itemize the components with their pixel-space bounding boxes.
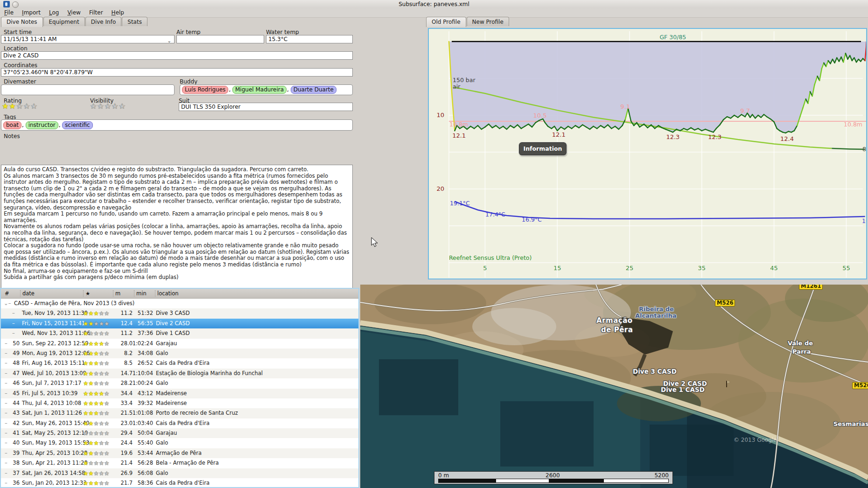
- dive-list-header[interactable]: #date★mminlocation: [1, 289, 358, 299]
- road-badge-icon: M526: [852, 382, 868, 389]
- badge-duarte-duarte: Duarte Duarte: [291, 86, 336, 94]
- air-temp-input[interactable]: [176, 35, 264, 43]
- table-row[interactable]: –41Sat, May 25, 2013 12:19★★★★★29.450:04…: [1, 428, 358, 438]
- air-temp-label: Air temp: [176, 29, 201, 35]
- svg-text:10.8m: 10.8m: [449, 121, 468, 128]
- map-water-label: Alcantarilha: [635, 312, 677, 319]
- column-header-0[interactable]: #: [3, 290, 9, 297]
- road-badge-icon: M1261: [799, 285, 823, 290]
- scale-segments: [438, 479, 669, 483]
- suit-input[interactable]: DUI TLS 350 Explorer: [179, 103, 353, 111]
- svg-text:Reefnet Sensus Ultra (Preto): Reefnet Sensus Ultra (Preto): [449, 254, 532, 261]
- tab-stats[interactable]: Stats: [122, 17, 147, 26]
- svg-text:10.8m: 10.8m: [844, 121, 862, 128]
- menu-file[interactable]: File: [0, 8, 18, 17]
- table-row[interactable]: –38Sun, Apr 21, 2013 11:28★★★★★21.456:28…: [1, 458, 358, 468]
- location-label: Location: [4, 45, 28, 52]
- menu-log[interactable]: Log: [45, 8, 63, 17]
- table-row[interactable]: –46Sun, Jul 7, 2013 17:17★★★★★28.21:00:2…: [1, 378, 358, 388]
- svg-text:GF 30/85: GF 30/85: [659, 34, 686, 41]
- column-header-2[interactable]: ★: [83, 290, 90, 297]
- table-row[interactable]: –Wed, Nov 13, 2013 11:06★★★★★11.237:36Di…: [1, 328, 358, 338]
- map-place-label: Vale de: [788, 340, 813, 347]
- table-row[interactable]: –50Sun, Sep 22, 2013 12:59★★★★★28.01:02:…: [1, 339, 358, 349]
- tab-dive-info[interactable]: Dive Info: [85, 17, 122, 26]
- information-button[interactable]: Information: [519, 142, 567, 155]
- svg-text:80: 80: [862, 146, 866, 153]
- trip-group-row[interactable]: ⌄–CASD - Armação de Pêra, Nov 2013 (3 di…: [1, 299, 358, 308]
- location-input[interactable]: Dive 2 CASD: [1, 51, 353, 60]
- column-header-4[interactable]: min: [134, 290, 147, 297]
- svg-text:19.1°C: 19.1°C: [450, 200, 470, 207]
- svg-text:12.1: 12.1: [552, 131, 566, 138]
- table-row[interactable]: –47Wed, Jul 10, 2013 13:09★★★★★14.71:10:…: [1, 369, 358, 378]
- buddy-label: Buddy: [180, 78, 197, 85]
- table-row[interactable]: –Fri, Nov 15, 2013 11:41★★★★★12.456:35Di…: [1, 319, 358, 328]
- water-temp-label: Water temp: [266, 29, 299, 35]
- map-place-label: Parra: [792, 348, 811, 355]
- table-row[interactable]: –48Fri, Aug 16, 2013 15:11★★★★★8.526:52C…: [1, 358, 358, 368]
- column-header-5[interactable]: location: [155, 290, 179, 297]
- svg-text:17.4°C: 17.4°C: [485, 211, 505, 218]
- dive-list: #date★mminlocation ⌄–CASD - Armação de P…: [0, 288, 359, 488]
- svg-text:55: 55: [842, 265, 850, 272]
- svg-text:12.3: 12.3: [708, 133, 721, 140]
- profile-plot: GF 30/85102051525354555150 barair8012.11…: [429, 29, 866, 279]
- dive-list-body: ⌄–CASD - Armação de Pêra, Nov 2013 (3 di…: [1, 299, 358, 488]
- table-row[interactable]: –36Sun, Jan 20, 2013 12:33★★★★★21.758:36…: [1, 478, 358, 488]
- badge-luís-rodrigues: Luís Rodrigues: [182, 86, 228, 94]
- menu-filter[interactable]: Filter: [85, 8, 107, 17]
- tags-input[interactable]: boat, instructor, scientific: [1, 119, 353, 131]
- svg-text:10.5: 10.5: [533, 112, 547, 119]
- water-temp-input[interactable]: 15.3°C: [266, 35, 353, 43]
- chevron-down-icon[interactable]: ⌄: [168, 37, 171, 44]
- table-row[interactable]: –44Thu, Jul 4, 2013 10:08★★★★★33.439:32M…: [1, 398, 358, 408]
- notes-textarea[interactable]: Aula do curso CASD. Transectos c/video e…: [1, 165, 353, 309]
- svg-text:12.1: 12.1: [452, 132, 466, 139]
- coordinates-label: Coordinates: [4, 62, 37, 69]
- svg-text:20: 20: [436, 185, 444, 192]
- menu-view[interactable]: View: [63, 8, 84, 17]
- svg-text:35: 35: [698, 265, 706, 272]
- road-badge-icon: M526: [715, 300, 735, 307]
- table-row[interactable]: –40Sun, May 19, 2013 15:53★★★★★24.455:40…: [1, 438, 358, 448]
- svg-text:150 bar: 150 bar: [453, 77, 476, 84]
- scale-mid: 2600: [546, 472, 560, 479]
- start-time-input[interactable]: 11/15/13 11:41 AM ⌄: [1, 35, 175, 43]
- subsurface-window: { "window": { "title": "Subsurface: pane…: [0, 0, 868, 488]
- visibility-stars[interactable]: ★★★★★: [90, 102, 126, 111]
- table-row[interactable]: –43Sat, Jun 1, 2013 11:26★★★★★21.51:01:0…: [1, 408, 358, 418]
- tab-equipment[interactable]: Equipment: [43, 17, 85, 26]
- buddy-input[interactable]: Luís Rodrigues, Miguel Madureira, Duarte…: [180, 84, 353, 95]
- table-row[interactable]: –39Thu, Apr 25, 2013 10:28★★★★★19.653:44…: [1, 448, 358, 458]
- svg-text:25: 25: [626, 265, 634, 272]
- menu-bar: FileImportLogViewFilterHelp: [0, 8, 868, 18]
- table-row[interactable]: –42Sun, May 26, 2013 15:40★★★★★23.01:03:…: [1, 418, 358, 428]
- table-row[interactable]: –49Mon, Aug 19, 2013 12:06★★★★★8.234:08G…: [1, 349, 358, 358]
- column-header-3[interactable]: m: [113, 290, 120, 297]
- svg-text:9.1: 9.1: [620, 103, 630, 110]
- menu-help[interactable]: Help: [107, 8, 128, 17]
- window-title: Subsurface: paneves.xml: [0, 1, 868, 7]
- tab-dive-notes[interactable]: Dive Notes: [1, 17, 43, 27]
- table-row[interactable]: –Tue, Nov 19, 2013 11:39★★★★★11.251:32Di…: [1, 308, 358, 318]
- dive-notes-panel: Start time 11/15/13 11:41 AM ⌄ Air temp …: [0, 27, 355, 288]
- table-row[interactable]: –37Sat, Jan 26, 2013 14:58★★★★★26.956:08…: [1, 468, 358, 478]
- dive-site-map[interactable]: Armaçãode PêraVale deParraSesmariasRibei…: [360, 285, 868, 488]
- svg-text:45: 45: [770, 265, 778, 272]
- title-bar[interactable]: Subsurface: paneves.xml: [0, 0, 868, 8]
- divemaster-input[interactable]: [1, 84, 175, 95]
- menu-import[interactable]: Import: [18, 8, 45, 17]
- svg-text:12.4: 12.4: [780, 135, 794, 142]
- dive-site-label: Dive 3 CASD: [633, 368, 677, 375]
- column-header-1[interactable]: date: [20, 290, 35, 297]
- rating-stars[interactable]: ★★★★★: [2, 102, 38, 111]
- badge-miguel-madureira: Miguel Madureira: [232, 86, 287, 94]
- table-row[interactable]: –45Fri, Jul 5, 2013 10:39★★★★★34.443:12M…: [1, 389, 358, 398]
- tab-old-profile[interactable]: Old Profile: [426, 17, 466, 27]
- dive-site-label: Dive 1 CASD: [661, 386, 705, 393]
- map-scale-bar: 0 m 2600 5200: [434, 471, 673, 484]
- notes-label: Notes: [4, 133, 20, 139]
- tab-new-profile[interactable]: New Profile: [467, 17, 509, 26]
- coordinates-input[interactable]: 37°05'23.460"N 8°20'47.879"W: [1, 68, 353, 77]
